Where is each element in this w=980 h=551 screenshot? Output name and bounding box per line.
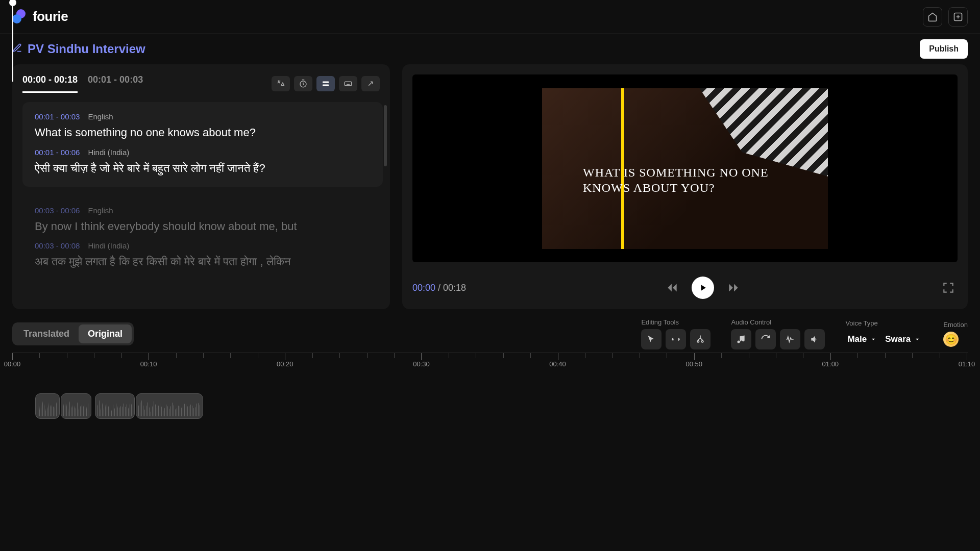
video-frame: WHAT IS SOMETHING NO ONE KNOWS ABOUT YOU… [542, 88, 828, 249]
split-icon [695, 334, 705, 344]
audio-clip[interactable] [35, 393, 60, 419]
segment-tab[interactable]: 00:00 - 00:18 [22, 74, 78, 93]
brand-logo[interactable]: fourie [12, 9, 68, 24]
ruler-label: 00:20 [277, 360, 293, 368]
ruler-label: 01:00 [822, 360, 839, 368]
regenerate-button[interactable] [755, 329, 776, 349]
mode-original[interactable]: Original [79, 324, 132, 343]
ruler-label: 00:00 [4, 360, 21, 368]
transcript-text[interactable]: What is something no one knows about me? [35, 125, 371, 141]
music-button[interactable] [731, 329, 751, 349]
transcript-text[interactable]: By now I think everybody should know abo… [35, 219, 371, 235]
audio-clip[interactable] [95, 393, 135, 419]
forward-button[interactable] [724, 279, 743, 297]
list-view-button[interactable] [316, 76, 335, 91]
new-project-button[interactable] [948, 7, 968, 27]
transcript-line: 00:03 - 00:08Hindi (India) अब तक मुझे लग… [35, 241, 371, 270]
home-button[interactable] [923, 7, 942, 27]
keyboard-tool-button[interactable] [339, 76, 357, 91]
bottom-toolbar: Translated Original Editing Tools Audio … [0, 309, 980, 353]
transcript-card[interactable]: 00:03 - 00:06English By now I think ever… [22, 196, 383, 281]
translate-tool-button[interactable] [272, 76, 290, 91]
transcript-scrollbar[interactable] [384, 105, 387, 166]
transcript-list[interactable]: 00:01 - 00:03English What is something n… [22, 102, 390, 299]
time-range: 00:03 - 00:08 [35, 241, 80, 250]
time-range: 00:01 - 00:03 [35, 112, 80, 121]
group-label: Voice Type [845, 319, 923, 327]
playback-controls: 00:00 / 00:18 [412, 277, 958, 299]
transcript-line: 00:01 - 00:03English What is something n… [35, 112, 371, 141]
plus-icon [953, 12, 963, 22]
language-label: English [88, 206, 113, 215]
mode-translated[interactable]: Translated [14, 324, 79, 343]
current-time: 00:00 [412, 283, 435, 293]
keyboard-icon [344, 79, 353, 88]
audio-clip[interactable] [136, 393, 203, 419]
cursor-icon [646, 334, 656, 344]
redo-icon [761, 334, 771, 344]
project-title[interactable]: PV Sindhu Interview [28, 42, 145, 56]
timing-tool-button[interactable] [294, 76, 312, 91]
group-label: Emotion [943, 321, 968, 329]
video-preview[interactable]: WHAT IS SOMETHING NO ONE KNOWS ABOUT YOU… [412, 74, 958, 262]
home-icon [927, 12, 938, 22]
translate-icon [276, 79, 285, 88]
segment-tab[interactable]: 00:01 - 00:03 [88, 74, 143, 93]
fullscreen-button[interactable] [939, 279, 958, 297]
emotion-picker[interactable] [943, 332, 959, 347]
voice-type-group: Voice Type Male Swara [845, 319, 923, 348]
publish-button[interactable]: Publish [920, 39, 968, 59]
ruler-label: 00:40 [549, 360, 566, 368]
audio-mode-toggle: Translated Original [12, 322, 134, 345]
chevron-down-icon [870, 336, 877, 343]
preview-panel: WHAT IS SOMETHING NO ONE KNOWS ABOUT YOU… [402, 64, 968, 309]
timeline: 00:0000:1000:2000:3000:4000:5001:0001:10 [0, 353, 980, 424]
timeline-ruler[interactable]: 00:0000:1000:2000:3000:4000:5001:0001:10 [12, 353, 968, 373]
select-tool[interactable] [641, 329, 662, 349]
music-icon [736, 334, 746, 344]
logo-mark-icon [12, 9, 28, 24]
ruler-label: 00:10 [140, 360, 157, 368]
fullscreen-icon [942, 281, 955, 294]
transcript-text[interactable]: अब तक मुझे लगता है कि हर किसी को मेरे बा… [35, 254, 371, 270]
audio-track[interactable] [12, 388, 968, 424]
time-range: 00:03 - 00:06 [35, 206, 80, 215]
segment-tabs: 00:00 - 00:18 00:01 - 00:03 [22, 74, 143, 93]
transcript-card[interactable]: 00:01 - 00:03English What is something n… [22, 102, 383, 187]
list-icon [321, 79, 330, 88]
group-label: Audio Control [731, 318, 825, 326]
title-row: PV Sindhu Interview Publish [0, 34, 980, 64]
audio-clip[interactable] [61, 393, 91, 419]
svg-rect-3 [323, 85, 329, 86]
edit-title-button[interactable] [12, 43, 22, 55]
playhead[interactable] [12, 0, 13, 82]
split-tool[interactable] [690, 329, 710, 349]
rewind-icon [666, 281, 679, 294]
transcript-text[interactable]: ऐसी क्या चीज़ है जो मेरे बारे में बहुत स… [35, 161, 371, 177]
chevron-down-icon [914, 336, 921, 343]
voice-gender-dropdown[interactable]: Male [845, 330, 879, 348]
rewind-button[interactable] [663, 279, 681, 297]
expand-tool-button[interactable] [361, 76, 380, 91]
transcript-panel: 00:00 - 00:18 00:01 - 00:03 00:01 - 00:0… [12, 64, 390, 309]
forward-icon [727, 281, 740, 294]
editing-tools-group: Editing Tools [641, 318, 710, 349]
ruler-label: 00:30 [413, 360, 430, 368]
language-label: Hindi (India) [88, 241, 129, 250]
stretch-tool[interactable] [666, 329, 686, 349]
voice-name-dropdown[interactable]: Swara [883, 330, 923, 348]
transcript-line: 00:01 - 00:06Hindi (India) ऐसी क्या चीज़… [35, 148, 371, 177]
volume-icon [810, 334, 820, 344]
volume-button[interactable] [804, 329, 825, 349]
wave-icon [785, 334, 795, 344]
main-area: 00:00 - 00:18 00:01 - 00:03 00:01 - 00:0… [0, 64, 980, 309]
ruler-label: 01:10 [959, 360, 975, 368]
play-icon [698, 283, 708, 293]
group-label: Editing Tools [641, 318, 710, 326]
play-button[interactable] [692, 277, 714, 299]
emotion-group: Emotion [943, 321, 968, 347]
svg-rect-2 [323, 82, 329, 83]
pitch-button[interactable] [780, 329, 800, 349]
brand-name: fourie [33, 9, 68, 24]
transcript-line: 00:03 - 00:06English By now I think ever… [35, 206, 371, 235]
